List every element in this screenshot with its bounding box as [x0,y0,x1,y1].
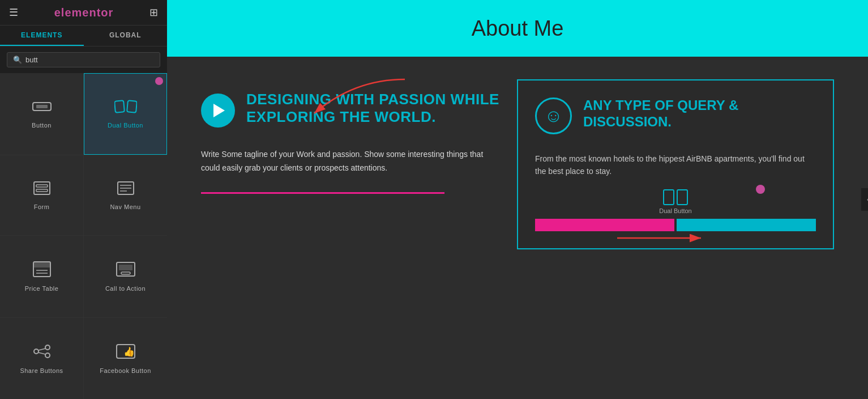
svg-rect-2 [114,101,125,113]
main-area: About Me DESIGNING WITH PASSION WHILE EX… [167,0,868,399]
search-icon: 🔍 [13,56,22,64]
canvas-area: DESIGNING WITH PASSION WHILE EXPLORING T… [167,57,868,399]
widget-dual-button-label: Dual Button [108,122,143,129]
page-header: About Me [167,0,868,57]
nav-menu-icon [116,180,136,200]
price-table-icon [32,261,52,282]
dual-btn-right[interactable] [677,219,816,231]
button-icon [32,99,52,118]
page-title: About Me [472,16,564,41]
facebook-button-icon: 👍 [116,343,136,364]
svg-rect-1 [36,105,48,108]
elementor-logo: elementor [54,6,114,19]
hero-title: DESIGNING WITH PASSION WHILE EXPLORING T… [246,91,500,126]
widget-facebook-button-label: Facebook Button [100,367,151,374]
dual-button-preview: Dual Button [535,189,816,231]
widget-nav-menu-label: Nav Menu [110,203,140,210]
svg-text:👍: 👍 [123,346,135,357]
hero-body: Write Some tagline of your Work and pass… [201,148,495,175]
dual-btn-icon-left [663,189,674,205]
grid-icon[interactable]: ⊞ [149,6,158,19]
svg-rect-4 [34,182,50,194]
right-content: ☺ ANY TYPE OF QUERY & DISCUSSION. From t… [517,79,834,249]
form-icon [32,180,52,200]
tab-global[interactable]: GLOBAL [84,26,168,46]
widget-price-table[interactable]: Price Table [0,236,83,317]
widget-share-buttons[interactable]: Share Buttons [0,318,83,400]
widget-button-label: Button [32,122,52,129]
right-title: ANY TYPE OF QUERY & DISCUSSION. [583,97,816,130]
widget-call-to-action-label: Call to Action [105,285,146,292]
svg-rect-6 [36,189,48,192]
widget-price-table-label: Price Table [25,285,59,292]
dual-button-preview-label: Dual Button [659,207,691,214]
search-input-wrap: 🔍 [7,52,160,67]
left-content: DESIGNING WITH PASSION WHILE EXPLORING T… [201,79,500,194]
search-input[interactable] [25,56,154,64]
svg-rect-5 [36,185,48,187]
play-triangle-icon [213,104,225,117]
dual-btn-left[interactable] [535,219,674,231]
call-to-action-icon [116,261,136,282]
search-bar: 🔍 [0,46,167,73]
widget-facebook-button[interactable]: 👍 Facebook Button [84,318,167,400]
svg-point-20 [45,353,50,358]
dual-button-pro-badge [756,185,765,194]
sidebar: ☰ elementor ⊞ ELEMENTS GLOBAL 🔍 Button [0,0,167,399]
sidebar-tabs: ELEMENTS GLOBAL [0,26,167,46]
right-body: From the most known hotels to the hippes… [535,152,816,178]
content-hero: DESIGNING WITH PASSION WHILE EXPLORING T… [201,91,500,128]
dual-btn-icon-right [677,189,688,205]
widget-form[interactable]: Form [0,155,83,236]
svg-rect-16 [119,265,132,270]
dual-button-row [535,219,816,231]
svg-line-21 [39,349,45,350]
widget-dual-button[interactable]: Dual Button [84,73,167,155]
widget-grid: Button Dual Button Form [0,73,167,399]
smiley-icon: ☺ [535,97,572,134]
widget-button[interactable]: Button [0,73,83,155]
share-buttons-icon [32,343,52,364]
tab-elements[interactable]: ELEMENTS [0,26,84,46]
widget-nav-menu[interactable]: Nav Menu [84,155,167,236]
svg-rect-3 [127,101,137,113]
sidebar-header: ☰ elementor ⊞ [0,0,167,26]
svg-point-19 [34,349,39,354]
svg-point-18 [45,345,50,350]
svg-line-22 [39,353,45,354]
widget-form-label: Form [34,203,50,210]
play-button[interactable] [201,94,235,128]
pink-divider [201,192,444,194]
hamburger-icon[interactable]: ☰ [9,6,18,19]
dual-button-icon-row [663,189,688,205]
right-hero: ☺ ANY TYPE OF QUERY & DISCUSSION. [535,97,816,134]
right-title-block: ANY TYPE OF QUERY & DISCUSSION. [583,97,816,130]
widget-call-to-action[interactable]: Call to Action [84,236,167,317]
svg-rect-12 [33,262,50,267]
dual-button-icon [114,99,137,118]
pro-badge-dual-button [155,77,163,85]
svg-rect-17 [121,272,130,274]
widget-share-buttons-label: Share Buttons [20,367,63,374]
collapse-sidebar-handle[interactable]: ‹ [861,188,868,211]
